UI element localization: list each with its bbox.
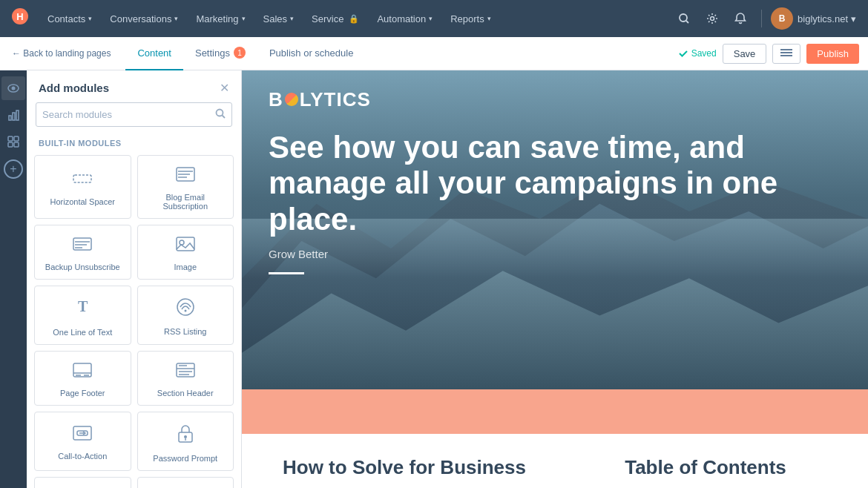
section2-heading: Table of Contents [570, 456, 841, 479]
call-to-action-icon [72, 425, 93, 446]
module-logo[interactable]: Logo [34, 477, 131, 488]
toolbar-modules-button[interactable] [1, 130, 25, 154]
editor-header: ← Back to landing pages Content Settings… [0, 37, 868, 70]
module-horizontal-spacer-label: Horizontal Spacer [50, 197, 115, 206]
lock-icon: 🔒 [349, 14, 359, 24]
nav-sales[interactable]: Sales ▾ [256, 9, 302, 29]
svg-text:T: T [78, 298, 88, 314]
hero-section: B LYTICS See how you can save time, and … [242, 70, 868, 389]
back-to-landing-pages-link[interactable]: ← Back to landing pages [12, 48, 111, 59]
rss-listing-icon [176, 297, 195, 321]
modules-panel-close-button[interactable]: ✕ [220, 81, 229, 95]
layout-toggle-button[interactable] [772, 44, 800, 64]
svg-point-29 [180, 240, 184, 245]
bottom-content-section: How to Solve for Business Table of Conte… [242, 434, 868, 488]
module-header[interactable]: Header [137, 477, 234, 488]
left-toolbar: + [0, 70, 27, 488]
chevron-down-icon: ▾ [487, 15, 491, 22]
module-blog-email-subscription[interactable]: Blog Email Subscription [137, 155, 234, 219]
chevron-down-icon: ▾ [290, 15, 294, 22]
module-one-line-of-text-label: One Line of Text [53, 328, 112, 337]
svg-line-3 [686, 21, 688, 23]
module-rss-listing-label: RSS Listing [164, 327, 206, 336]
toolbar-eye-button[interactable] [1, 76, 25, 100]
backup-unsubscribe-icon [72, 236, 93, 257]
chevron-down-icon: ▾ [242, 15, 246, 22]
module-rss-listing[interactable]: RSS Listing [137, 286, 234, 345]
hero-content: See how you can save time, and manage al… [269, 130, 803, 274]
search-container [27, 102, 241, 134]
search-icon [215, 108, 226, 121]
module-call-to-action[interactable]: Call-to-Action [34, 412, 131, 471]
hero-subtitle: Grow Better [269, 248, 803, 260]
nav-contacts[interactable]: Contacts ▾ [40, 9, 99, 29]
saved-status: Saved [678, 48, 717, 59]
nav-automation[interactable]: Automation ▾ [369, 9, 440, 29]
password-prompt-icon [177, 423, 194, 448]
svg-point-32 [184, 310, 186, 312]
module-image[interactable]: Image [137, 225, 234, 280]
chevron-down-icon: ▾ [429, 15, 433, 22]
nav-marketing[interactable]: Marketing ▾ [188, 9, 252, 29]
chevron-down-icon: ▾ [88, 15, 92, 22]
svg-line-18 [223, 116, 226, 119]
hubspot-logo[interactable]: H [12, 8, 28, 29]
toolbar-chart-button[interactable] [1, 103, 25, 127]
chevron-down-icon: ▾ [174, 15, 178, 22]
svg-text:H: H [16, 11, 23, 22]
toolbar-add-button[interactable]: + [4, 159, 23, 179]
svg-rect-16 [14, 142, 19, 147]
tab-content[interactable]: Content [125, 37, 183, 70]
blog-email-subscription-icon [175, 166, 196, 187]
tab-settings[interactable]: Settings 1 [183, 37, 257, 70]
top-navigation: H Contacts ▾ Conversations ▾ Marketing ▾… [0, 0, 868, 37]
module-backup-unsubscribe-label: Backup Unsubscribe [45, 263, 120, 271]
bottom-col-1: How to Solve for Business [269, 456, 540, 488]
nav-service[interactable]: Service 🔒 [304, 9, 366, 29]
svg-point-17 [217, 110, 223, 116]
nav-conversations[interactable]: Conversations ▾ [102, 9, 185, 29]
logo-o-circle [285, 93, 298, 106]
module-call-to-action-label: Call-to-Action [58, 452, 107, 461]
svg-point-9 [12, 87, 16, 90]
nav-icon-group: B biglytics.net ▾ [672, 7, 856, 30]
editor-tabs: Content Settings 1 Publish or schedule [125, 37, 365, 70]
module-page-footer-label: Page Footer [60, 389, 105, 398]
settings-icon-button[interactable] [700, 7, 724, 30]
module-horizontal-spacer[interactable]: Horizontal Spacer [34, 155, 131, 219]
bottom-col-2: Table of Contents [570, 456, 841, 488]
notifications-icon-button[interactable] [729, 7, 752, 30]
modules-panel: Add modules ✕ BUILT-IN MODULES [27, 70, 242, 488]
account-chevron-icon: ▾ [851, 13, 856, 24]
module-backup-unsubscribe[interactable]: Backup Unsubscribe [34, 225, 131, 280]
svg-rect-10 [9, 116, 11, 120]
nav-reports[interactable]: Reports ▾ [443, 9, 499, 29]
publish-button[interactable]: Publish [806, 44, 859, 64]
module-section-header[interactable]: Section Header [137, 351, 234, 406]
hero-divider [269, 272, 304, 274]
svg-rect-19 [73, 175, 91, 182]
svg-rect-28 [177, 237, 194, 251]
main-layout: + Add modules ✕ BUILT-IN MODULES [0, 70, 868, 488]
svg-point-46 [184, 435, 187, 438]
module-one-line-of-text[interactable]: T One Line of Text [34, 286, 131, 345]
save-button[interactable]: Save [723, 44, 767, 64]
canvas-logo: B LYTICS [269, 88, 371, 111]
module-page-footer[interactable]: Page Footer [34, 351, 131, 406]
tab-publish[interactable]: Publish or schedule [257, 37, 365, 70]
module-password-prompt-label: Password Prompt [153, 454, 217, 463]
one-line-of-text-icon: T [72, 297, 93, 322]
avatar[interactable]: B [771, 7, 793, 30]
hero-title: See how you can save time, and manage al… [269, 130, 803, 237]
svg-rect-14 [14, 136, 19, 141]
account-label[interactable]: biglytics.net ▾ [798, 13, 856, 24]
search-icon-button[interactable] [672, 7, 696, 30]
modules-panel-header: Add modules ✕ [27, 70, 241, 102]
settings-badge: 1 [234, 47, 246, 59]
search-input[interactable] [42, 103, 215, 126]
logo-lytics: LYTICS [300, 88, 371, 111]
section-header-icon [175, 362, 196, 383]
module-password-prompt[interactable]: Password Prompt [137, 412, 234, 471]
logo-b: B [269, 88, 283, 111]
svg-rect-11 [13, 113, 15, 120]
